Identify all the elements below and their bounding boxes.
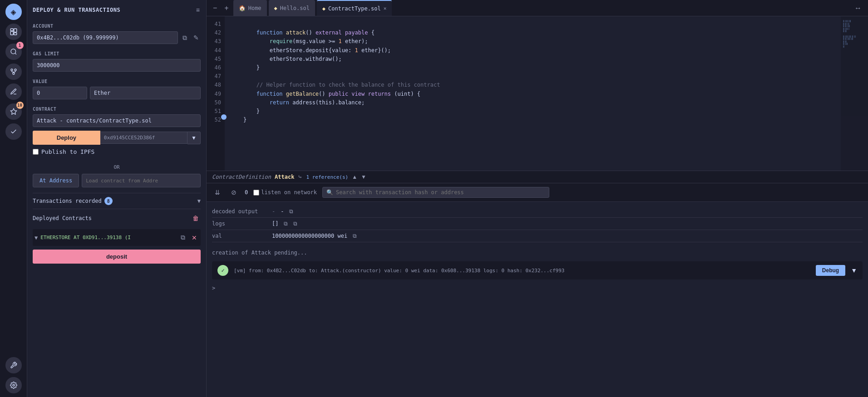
search-activity-icon[interactable]: 1 — [5, 44, 22, 60]
home-icon: 🏠 — [239, 5, 246, 11]
transaction-toolbar: ⇊ ⊘ 0 listen on network 🔍 — [207, 183, 868, 202]
panel-menu-button[interactable]: ≡ — [195, 5, 201, 15]
search-input[interactable] — [336, 189, 545, 196]
files-icon[interactable] — [5, 24, 22, 40]
contract-def-bar: ContractDefinition Attack ⤷ 1 reference(… — [207, 171, 868, 183]
debug-button[interactable]: Debug — [816, 265, 845, 276]
minimap: ▐▌▐▐▌▐▐▌▐▌▐▌▐▐▐▌▐▌▐▐▌▐▌▐▐▌▐▐▌▐▌▐▌▐▐▌▐▐▌▐… — [841, 16, 868, 171]
panel-header: DEPLOY & RUN TRANSACTIONS ≡ — [33, 5, 201, 15]
gas-limit-row: 3000000 — [33, 59, 201, 72]
contract-instance-label: ETHERSTORE AT 0XD91...39138 (I — [40, 235, 176, 240]
account-copy-button[interactable]: ⧉ — [181, 32, 189, 44]
line-numbers: 41 42 43 44 45 46 47 48 49 50 51 52 — [207, 16, 225, 171]
bottom-arrow[interactable]: > — [207, 281, 868, 295]
logs-key: logs — [212, 221, 266, 227]
logs-copy2-button[interactable]: ⧉ — [293, 221, 297, 227]
creation-message: creation of Attack pending... — [207, 246, 868, 260]
ref-up-button[interactable]: ▲ — [352, 174, 357, 180]
wrench-activity-icon[interactable] — [5, 357, 22, 373]
remix-logo-icon[interactable]: ◈ — [5, 4, 22, 20]
listen-label: listen on network — [261, 189, 317, 196]
plugin-badge: 10 — [16, 102, 24, 109]
deployed-actions: 🗑 — [191, 213, 201, 224]
debug-activity-icon[interactable] — [5, 83, 22, 100]
zoom-in-button[interactable]: + — [222, 3, 231, 13]
svg-rect-3 — [14, 33, 16, 35]
value-label: VALUE — [33, 79, 201, 84]
value-row: 0 Ether Wei Gwei Finney — [33, 87, 201, 99]
value-unit-select[interactable]: Ether Wei Gwei Finney — [90, 87, 201, 99]
plugin-activity-icon[interactable]: 10 — [5, 103, 22, 120]
log-area: decoded output - - ⧉ logs [] ⧉ ⧉ val 100… — [207, 202, 868, 246]
svg-line-5 — [15, 53, 16, 54]
contract-select-row: Attack - contracts/ContractType.sol — [33, 114, 201, 127]
contract-tab-icon: ◆ — [322, 5, 326, 12]
svg-rect-2 — [14, 29, 16, 32]
contract-close-button[interactable]: ✕ — [190, 232, 199, 243]
contract-tab-label: ContractType.sol — [328, 5, 381, 12]
svg-marker-10 — [10, 108, 16, 114]
stop-button[interactable]: ⊘ — [228, 188, 239, 197]
delete-deployed-button[interactable]: 🗑 — [191, 213, 201, 224]
contract-label: CONTRACT — [33, 107, 201, 112]
ref-down-button[interactable]: ▼ — [361, 174, 366, 180]
fold-all-button[interactable]: ⇊ — [212, 188, 223, 197]
account-edit-button[interactable]: ✎ — [192, 32, 201, 43]
decoded-output-value: - — [281, 208, 284, 215]
transactions-section[interactable]: Transactions recorded 8 ▼ — [33, 193, 201, 209]
at-address-button[interactable]: At Address — [33, 174, 79, 187]
decoded-output-row: decoded output - - ⧉ — [212, 206, 863, 218]
editor-area: − + 🏠 Home ◆ Hello.sol ◆ ContractType.so… — [207, 0, 868, 397]
deposit-button[interactable]: deposit — [33, 250, 201, 264]
deploy-arrow-button[interactable]: ▼ — [187, 132, 201, 144]
transactions-count-badge: 8 — [104, 197, 113, 205]
home-tab-label: Home — [248, 5, 261, 11]
panel-title: DEPLOY & RUN TRANSACTIONS — [33, 7, 120, 13]
listen-network-checkbox[interactable] — [253, 190, 259, 196]
deployed-contracts-section[interactable]: Deployed Contracts 🗑 — [33, 209, 201, 227]
left-panel: DEPLOY & RUN TRANSACTIONS ≡ ACCOUNT 0x4B… — [27, 0, 207, 397]
logs-copy-button[interactable]: ⧉ — [284, 221, 288, 227]
logs-value: [] — [272, 221, 278, 227]
contract-select[interactable]: Attack - contracts/ContractType.sol — [33, 114, 201, 127]
account-select[interactable]: 0x4B2...C02db (99.999999) — [33, 31, 178, 44]
git-activity-icon[interactable] — [5, 64, 22, 80]
val-key: val — [212, 233, 266, 239]
svg-rect-1 — [10, 31, 13, 35]
bottom-panel: ContractDefinition Attack ⤷ 1 reference(… — [207, 171, 868, 295]
deploy-address-input[interactable]: 0xd9145CCE52D386f — [100, 132, 187, 144]
close-tab-icon[interactable]: ✕ — [384, 5, 387, 11]
publish-ipfs-label: Publish to IPFS — [41, 148, 94, 155]
listen-network-label[interactable]: listen on network — [253, 189, 317, 196]
transactions-label: Transactions recorded 8 — [33, 197, 113, 205]
hello-sol-tab[interactable]: ◆ Hello.sol — [269, 0, 315, 16]
home-tab[interactable]: 🏠 Home — [233, 0, 267, 16]
zoom-out-button[interactable]: − — [210, 3, 220, 13]
load-contract-input[interactable] — [82, 174, 201, 187]
gas-limit-label: GAS LIMIT — [33, 51, 201, 56]
publish-row: Publish to IPFS — [33, 148, 201, 155]
value-input[interactable]: 0 — [33, 87, 87, 99]
val-row: val 1000000000000000000 wei ⧉ — [212, 230, 863, 242]
deploy-button[interactable]: Deploy — [33, 131, 100, 145]
check-activity-icon[interactable] — [5, 123, 22, 140]
references-link[interactable]: 1 reference(s) — [306, 174, 348, 180]
contract-type-tab[interactable]: ◆ ContractType.sol ✕ — [317, 0, 392, 16]
val-copy-button[interactable]: ⧉ — [353, 233, 357, 239]
val-value: 1000000000000000000 wei — [272, 233, 347, 239]
deployed-contract-row: ▼ ETHERSTORE AT 0XD91...39138 (I ⧉ ✕ — [33, 229, 201, 246]
search-icon: 🔍 — [326, 189, 333, 196]
tx-expand-button[interactable]: ▼ — [851, 267, 857, 274]
contract-copy-button[interactable]: ⧉ — [179, 232, 187, 243]
transactions-chevron: ▼ — [197, 198, 201, 204]
account-label: ACCOUNT — [33, 24, 201, 29]
expand-editor-button[interactable]: ↔ — [852, 3, 864, 13]
share-icon: ⤷ — [298, 174, 302, 180]
settings-activity-icon[interactable] — [5, 377, 22, 393]
gas-limit-input[interactable]: 3000000 — [33, 59, 201, 72]
deploy-row: Deploy 0xd9145CCE52D386f ▼ — [33, 131, 201, 145]
contract-collapse-icon[interactable]: ▼ — [35, 235, 38, 241]
tabs-bar: − + 🏠 Home ◆ Hello.sol ◆ ContractType.so… — [207, 0, 868, 16]
decoded-copy-button[interactable]: ⧉ — [289, 208, 293, 215]
publish-ipfs-checkbox[interactable] — [33, 149, 39, 155]
